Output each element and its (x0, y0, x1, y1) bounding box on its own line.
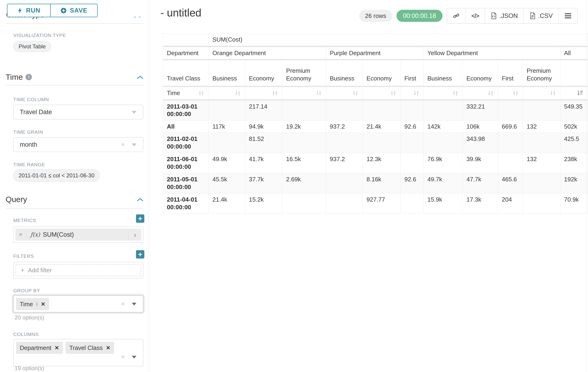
remove-tag-icon[interactable]: ✕ (106, 345, 110, 351)
export-button-group: </> .JSON .CSV (447, 8, 578, 24)
sort-icon[interactable] (352, 89, 359, 97)
run-button[interactable]: RUN (7, 4, 50, 17)
query-timer-badge: 00:00:00.18 (397, 10, 443, 22)
table-row: All117k94.9k19.2k937.221.4k92.6142k106k6… (163, 120, 588, 133)
remove-tag-icon[interactable]: ✕ (41, 301, 45, 307)
sort-icon[interactable] (412, 89, 420, 97)
time-row-header: Time (163, 86, 209, 100)
clear-icon[interactable]: × (121, 141, 125, 148)
sub-column-header: Premium Economy (523, 60, 560, 86)
row-header-cell: 2011-04-01 00:00:00 (163, 193, 209, 213)
clear-icon[interactable]: × (121, 300, 125, 308)
drag-handle-dot (134, 17, 136, 18)
sort-icon[interactable] (549, 89, 556, 97)
add-filter-button[interactable]: + Add filter (16, 264, 141, 276)
sort-icon[interactable] (271, 89, 278, 97)
sort-icon[interactable] (198, 89, 205, 97)
time-grain-label: TIME GRAIN (13, 129, 43, 135)
column-group-header: Yellow Department (424, 46, 560, 60)
table-row: 2011-03-01 00:00:00217.14332.21549.35 (163, 100, 588, 120)
visualization-type-value[interactable]: Pivot Table (13, 41, 51, 52)
sort-header-cell (326, 86, 363, 100)
sub-column-header: Economy (363, 60, 401, 86)
table-cell: 132 (523, 120, 560, 133)
selected-option-tag[interactable]: Timei✕ (16, 298, 49, 310)
table-cell (401, 133, 424, 153)
table-cell: 70.9k (560, 193, 588, 213)
sub-column-header: Business (326, 60, 363, 86)
sub-column-header: Business (424, 60, 463, 86)
collapse-chevron-icon[interactable] (137, 75, 144, 80)
sort-icon[interactable] (452, 89, 459, 97)
info-icon[interactable]: i (36, 301, 38, 307)
table-cell: 142k (424, 120, 463, 133)
table-cell: 669.6 (498, 120, 523, 133)
metric-pill[interactable]: × ƒ(x) SUM(Cost) › (15, 229, 141, 241)
sort-icon[interactable] (315, 89, 322, 97)
table-cell (424, 100, 463, 120)
share-link-button[interactable] (447, 8, 465, 23)
table-cell: 94.9k (245, 120, 282, 133)
time-section-header: Time i (6, 73, 32, 82)
caret-down-icon[interactable] (132, 303, 136, 306)
table-cell: 16.5k (282, 153, 326, 173)
collapse-chevron-icon[interactable] (137, 198, 144, 202)
info-icon[interactable]: i (26, 74, 32, 80)
table-cell: 192k (560, 173, 588, 193)
remove-metric-icon[interactable]: × (15, 229, 26, 241)
time-grain-select[interactable]: month × (13, 137, 143, 152)
columns-options-hint: 19 option(s) (15, 365, 44, 372)
selected-option-tag[interactable]: Department✕ (16, 342, 63, 354)
caret-down-icon[interactable] (132, 356, 136, 359)
sort-header-cell (498, 86, 523, 100)
sub-column-header: Economy (463, 60, 498, 86)
caret-down-icon[interactable] (132, 143, 136, 146)
plus-icon: + (21, 267, 24, 274)
save-button[interactable]: SAVE (50, 4, 97, 17)
columns-select[interactable]: Department✕Travel Class✕ × (13, 339, 143, 366)
time-column-select[interactable]: Travel Date (13, 105, 143, 119)
time-range-value[interactable]: 2011-01-01 ≤ col < 2011-06-30 (13, 169, 100, 182)
chart-title[interactable]: - untitled (160, 7, 201, 19)
table-cell: 106k (463, 120, 498, 133)
table-cell (498, 153, 523, 173)
clear-icon[interactable]: × (121, 353, 125, 361)
table-cell: 45.5k (209, 173, 245, 193)
export-csv-button[interactable]: .CSV (523, 8, 558, 23)
menu-button[interactable] (558, 8, 577, 23)
pivot-table: SUM(Cost)DepartmentOrange DepartmentPurp… (163, 33, 588, 213)
caret-down-icon[interactable] (132, 111, 136, 114)
sort-icon[interactable] (234, 89, 241, 97)
sort-icon[interactable] (389, 89, 397, 97)
expand-metric-icon[interactable]: › (128, 229, 141, 240)
table-row: 2011-02-01 00:00:0081.52343.98425.5 (163, 133, 588, 153)
table-cell: 937.2 (326, 120, 363, 133)
group-by-select[interactable]: Timei✕ × (13, 295, 143, 312)
divider (6, 23, 143, 24)
remove-tag-icon[interactable]: ✕ (55, 345, 59, 351)
table-cell (401, 193, 424, 213)
export-json-button[interactable]: .JSON (484, 8, 523, 23)
table-cell: 927.77 (363, 193, 401, 213)
sort-descending-icon[interactable] (576, 89, 584, 97)
table-cell: 502k (560, 120, 588, 133)
selected-option-tag[interactable]: Travel Class✕ (65, 342, 114, 354)
group-by-options-hint: 20 option(s) (15, 314, 44, 321)
add-filter-plus-button[interactable]: + (136, 250, 144, 258)
export-json-label: .JSON (499, 12, 518, 20)
table-row: 2011-06-01 00:00:0049.9k41.7k16.5k937.21… (163, 153, 588, 173)
metrics-control: × ƒ(x) SUM(Cost) › (13, 226, 143, 243)
filters-label: FILTERS (13, 254, 34, 259)
table-cell: 465.6 (498, 173, 523, 193)
sort-header-cell (560, 86, 588, 100)
divider (6, 85, 143, 85)
table-cell: 41.7k (245, 153, 282, 173)
sort-icon[interactable] (487, 89, 494, 97)
sort-icon[interactable] (512, 89, 519, 97)
page-edge-line (586, 0, 586, 372)
view-query-button[interactable]: </> (465, 8, 484, 23)
add-metric-button[interactable]: + (136, 214, 144, 223)
table-cell: 132 (523, 153, 560, 173)
time-column-label: TIME COLUMN (13, 97, 49, 102)
control-panel: Chart Type RUN SAVE VISUALIZATION TYPE P… (0, 0, 149, 372)
